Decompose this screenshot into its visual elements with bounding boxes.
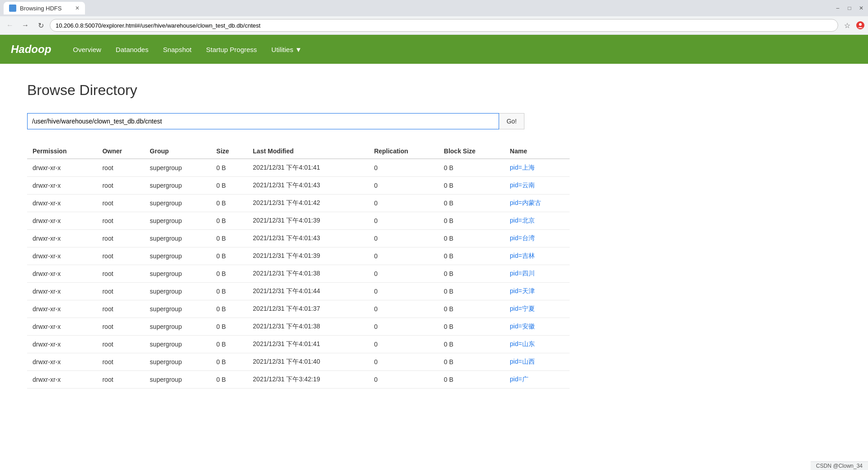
cell-permission: drwxr-xr-x: [27, 247, 97, 265]
cell-name[interactable]: pid=山西: [505, 353, 570, 371]
dir-link[interactable]: pid=山西: [510, 358, 535, 365]
cell-group: supergroup: [144, 212, 211, 230]
close-button[interactable]: ✕: [858, 5, 864, 11]
table-row: drwxr-xr-x root supergroup 0 B 2021/12/3…: [27, 195, 570, 212]
cell-name[interactable]: pid=天津: [505, 283, 570, 300]
cell-group: supergroup: [144, 318, 211, 336]
cell-size: 0 B: [211, 283, 248, 300]
tab-close-button[interactable]: ✕: [75, 5, 80, 11]
dir-link[interactable]: pid=上海: [510, 164, 535, 171]
cell-block-size: 0 B: [439, 300, 505, 318]
minimize-button[interactable]: –: [835, 5, 841, 11]
new-tab-area[interactable]: [87, 2, 103, 14]
dir-link[interactable]: pid=宁夏: [510, 305, 535, 312]
cell-block-size: 0 B: [439, 371, 505, 389]
cell-size: 0 B: [211, 336, 248, 353]
navbar-brand[interactable]: Hadoop: [11, 43, 51, 56]
dir-link[interactable]: pid=北京: [510, 217, 535, 224]
cell-size: 0 B: [211, 371, 248, 389]
table-body: drwxr-xr-x root supergroup 0 B 2021/12/3…: [27, 159, 570, 389]
nav-item-datanodes[interactable]: Datanodes: [108, 42, 156, 57]
cell-name[interactable]: pid=广: [505, 371, 570, 389]
cell-block-size: 0 B: [439, 212, 505, 230]
dir-link[interactable]: pid=广: [510, 375, 528, 383]
cell-permission: drwxr-xr-x: [27, 230, 97, 247]
browser-titlebar: Browsing HDFS ✕ – □ ✕: [0, 0, 868, 16]
dir-link[interactable]: pid=山东: [510, 340, 535, 347]
table-header-row: Permission Owner Group Size Last Modifie…: [27, 144, 570, 159]
dir-link[interactable]: pid=内蒙古: [510, 199, 541, 206]
cell-group: supergroup: [144, 177, 211, 195]
cell-block-size: 0 B: [439, 283, 505, 300]
dir-link[interactable]: pid=台湾: [510, 234, 535, 242]
cell-owner: root: [97, 353, 144, 371]
cell-name[interactable]: pid=内蒙古: [505, 195, 570, 212]
bookmark-button[interactable]: ☆: [841, 19, 854, 32]
cell-last-modified: 2021/12/31 下午3:42:19: [247, 371, 368, 389]
cell-replication: 0: [368, 283, 438, 300]
profile-button[interactable]: [856, 21, 864, 29]
cell-name[interactable]: pid=安徽: [505, 318, 570, 336]
dir-link[interactable]: pid=云南: [510, 181, 535, 189]
dir-link[interactable]: pid=天津: [510, 287, 535, 294]
cell-replication: 0: [368, 177, 438, 195]
nav-item-utilities[interactable]: Utilities ▼: [264, 42, 309, 57]
maximize-button[interactable]: □: [846, 5, 853, 11]
nav-link-startup-progress[interactable]: Startup Progress: [199, 42, 264, 57]
cell-last-modified: 2021/12/31 下午4:01:43: [247, 230, 368, 247]
go-button[interactable]: Go!: [499, 113, 524, 129]
dir-link[interactable]: pid=四川: [510, 270, 535, 277]
cell-last-modified: 2021/12/31 下午4:01:43: [247, 177, 368, 195]
address-bar[interactable]: [50, 19, 838, 32]
nav-link-snapshot[interactable]: Snapshot: [156, 42, 198, 57]
cell-size: 0 B: [211, 353, 248, 371]
cell-block-size: 0 B: [439, 318, 505, 336]
cell-permission: drwxr-xr-x: [27, 371, 97, 389]
reload-button[interactable]: ↻: [34, 19, 47, 32]
path-input[interactable]: [27, 113, 499, 129]
cell-name[interactable]: pid=上海: [505, 159, 570, 177]
cell-size: 0 B: [211, 159, 248, 177]
cell-name[interactable]: pid=宁夏: [505, 300, 570, 318]
cell-replication: 0: [368, 300, 438, 318]
cell-replication: 0: [368, 159, 438, 177]
main-content: Browse Directory Go! Permission Owner Gr…: [0, 64, 868, 407]
nav-item-snapshot[interactable]: Snapshot: [156, 42, 198, 57]
back-button[interactable]: ←: [4, 19, 16, 32]
table-row: drwxr-xr-x root supergroup 0 B 2021/12/3…: [27, 371, 570, 389]
cell-last-modified: 2021/12/31 下午4:01:38: [247, 265, 368, 283]
forward-button[interactable]: →: [19, 19, 32, 32]
cell-name[interactable]: pid=台湾: [505, 230, 570, 247]
cell-owner: root: [97, 212, 144, 230]
cell-block-size: 0 B: [439, 159, 505, 177]
cell-size: 0 B: [211, 318, 248, 336]
nav-item-startup-progress[interactable]: Startup Progress: [199, 42, 264, 57]
cell-replication: 0: [368, 318, 438, 336]
cell-owner: root: [97, 230, 144, 247]
cell-owner: root: [97, 300, 144, 318]
cell-name[interactable]: pid=北京: [505, 212, 570, 230]
dir-link[interactable]: pid=安徽: [510, 323, 535, 330]
nav-item-overview[interactable]: Overview: [66, 42, 108, 57]
table-row: drwxr-xr-x root supergroup 0 B 2021/12/3…: [27, 336, 570, 353]
cell-permission: drwxr-xr-x: [27, 212, 97, 230]
path-form: Go!: [27, 113, 524, 129]
cell-owner: root: [97, 265, 144, 283]
cell-group: supergroup: [144, 300, 211, 318]
nav-link-utilities[interactable]: Utilities ▼: [264, 42, 309, 57]
tab-title: Browsing HDFS: [20, 5, 61, 12]
nav-link-overview[interactable]: Overview: [66, 42, 108, 57]
cell-owner: root: [97, 195, 144, 212]
col-name: Name: [505, 144, 570, 159]
browser-tab[interactable]: Browsing HDFS ✕: [4, 2, 85, 14]
cell-name[interactable]: pid=云南: [505, 177, 570, 195]
table-row: drwxr-xr-x root supergroup 0 B 2021/12/3…: [27, 212, 570, 230]
cell-last-modified: 2021/12/31 下午4:01:41: [247, 336, 368, 353]
cell-group: supergroup: [144, 353, 211, 371]
cell-name[interactable]: pid=四川: [505, 265, 570, 283]
cell-name[interactable]: pid=吉林: [505, 247, 570, 265]
dir-link[interactable]: pid=吉林: [510, 252, 535, 259]
cell-block-size: 0 B: [439, 336, 505, 353]
nav-link-datanodes[interactable]: Datanodes: [108, 42, 156, 57]
cell-name[interactable]: pid=山东: [505, 336, 570, 353]
